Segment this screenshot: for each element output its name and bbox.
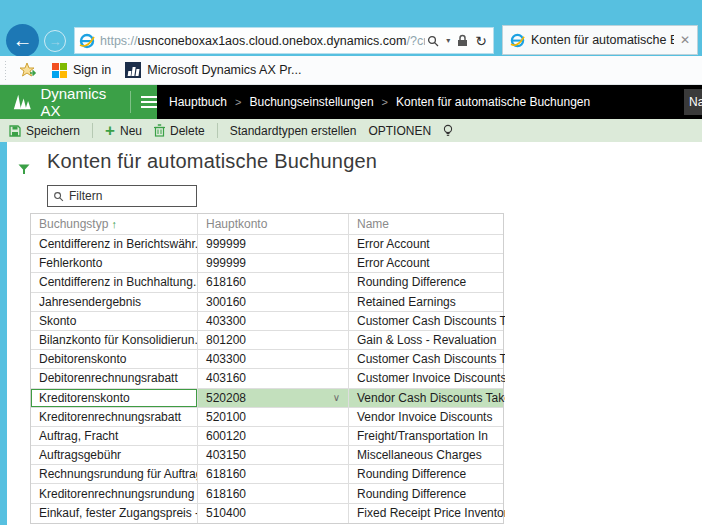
cell-name[interactable]: Rounding Difference (349, 484, 505, 502)
drag-handle[interactable] (4, 60, 8, 80)
cell-name[interactable]: Rounding Difference (349, 465, 505, 483)
cell-hauptkonto[interactable]: 999999∨ (198, 254, 349, 272)
cell-hauptkonto[interactable]: 403300∨ (198, 312, 349, 330)
cell-name[interactable]: Vendor Invoice Discounts (349, 408, 505, 426)
tab-title: Konten für automatische B... (531, 33, 674, 47)
create-default-types-button[interactable]: Standardtypen erstellen (230, 124, 357, 138)
cell-buchungstyp[interactable]: Einkauf, fester Zugangspreis -... (31, 504, 198, 523)
back-icon: ← (13, 29, 33, 52)
table-row[interactable]: Debitorenrechnungsrabatt 403160∨ Custome… (31, 369, 503, 388)
table-row[interactable]: Auftrag, Fracht 600120∨ Freight/Transpor… (31, 427, 503, 446)
save-button[interactable]: Speichern (9, 124, 80, 138)
caret-down-icon[interactable]: ▾ (446, 36, 450, 45)
idea-button[interactable] (443, 124, 453, 138)
table-row[interactable]: Kreditorenrechnungsrundung 618160∨ Round… (31, 484, 503, 503)
cell-hauptkonto[interactable]: 403300∨ (198, 350, 349, 368)
table-row[interactable]: Kreditorenrechnungsrabatt 520100∨ Vendor… (31, 408, 503, 427)
new-button[interactable]: + Neu (105, 124, 142, 138)
sort-ascending-icon: ↑ (111, 218, 117, 230)
cell-name[interactable]: Error Account (349, 235, 505, 253)
cell-name[interactable]: Customer Cash Discounts Tak... (349, 312, 505, 330)
cell-buchungstyp[interactable]: Fehlerkonto (31, 254, 198, 272)
cell-name[interactable]: Error Account (349, 254, 505, 272)
cell-buchungstyp[interactable]: Kreditorenskonto (31, 389, 198, 407)
cell-hauptkonto[interactable]: 618160∨ (198, 484, 349, 502)
search-icon[interactable] (427, 35, 439, 47)
dynamics-ax-favicon (125, 62, 141, 78)
table-row[interactable]: Jahresendergebnis 300160∨ Retained Earni… (31, 293, 503, 312)
cell-buchungstyp[interactable]: Kreditorenrechnungsrundung (31, 484, 198, 502)
cell-hauptkonto[interactable]: 300160∨ (198, 293, 349, 311)
table-row[interactable]: Centdifferenz in Buchhaltung... 618160∨ … (31, 273, 503, 292)
delete-button[interactable]: Delete (154, 124, 205, 138)
favorite-dynamics-ax[interactable]: Microsoft Dynamics AX Pr... (125, 62, 301, 78)
nav-message-button[interactable]: Nac (684, 89, 702, 115)
forward-button[interactable]: → (44, 30, 66, 52)
cell-name[interactable]: Vendor Cash Discounts Taken (349, 389, 505, 407)
options-menu[interactable]: OPTIONEN (368, 124, 431, 138)
column-header-buchungstyp[interactable]: Buchungstyp ↑ (31, 214, 198, 234)
cell-value: Debitorenskonto (39, 352, 126, 366)
table-row[interactable]: Bilanzkonto für Konsolidierun... 801200∨… (31, 331, 503, 350)
cell-buchungstyp[interactable]: Centdifferenz in Buchhaltung... (31, 273, 198, 291)
cell-buchungstyp[interactable]: Rechnungsrundung für Auftrag (31, 465, 198, 483)
hamburger-menu-icon[interactable] (141, 96, 157, 108)
cell-buchungstyp[interactable]: Auftrag, Fracht (31, 427, 198, 445)
cell-hauptkonto[interactable]: 600120∨ (198, 427, 349, 445)
cell-name[interactable]: Customer Invoice Discounts (349, 369, 505, 387)
app-brand[interactable]: Dynamics AX (0, 85, 157, 119)
cell-name[interactable]: Gain & Loss - Revaluation (349, 331, 505, 349)
cell-hauptkonto[interactable]: 618160∨ (198, 465, 349, 483)
cell-name[interactable]: Fixed Receipt Price Inventory ... (349, 504, 505, 523)
filter-input[interactable]: Filtern (47, 185, 197, 207)
cell-value: Fixed Receipt Price Inventory ... (357, 506, 505, 520)
refresh-icon[interactable]: ↻ (475, 35, 487, 47)
cell-buchungstyp[interactable]: Jahresendergebnis (31, 293, 198, 311)
cell-name[interactable]: Customer Cash Discounts Tak... (349, 350, 505, 368)
filter-funnel-icon[interactable] (18, 164, 30, 175)
breadcrumb-item-buchungseinstellungen[interactable]: Buchungseinstellungen (249, 95, 373, 109)
cell-hauptkonto[interactable]: 520100∨ (198, 408, 349, 426)
app-nav-bar: Dynamics AX Hauptbuch > Buchungseinstell… (0, 85, 702, 119)
cell-buchungstyp[interactable]: Auftragsgebühr (31, 446, 198, 464)
cell-value: Vendor Invoice Discounts (357, 410, 492, 424)
brand-separator (130, 91, 131, 113)
add-favorite-button[interactable] (20, 62, 38, 78)
cell-hauptkonto[interactable]: 999999∨ (198, 235, 349, 253)
cell-hauptkonto[interactable]: 403150∨ (198, 446, 349, 464)
column-header-name[interactable]: Name (349, 214, 505, 234)
cell-name[interactable]: Miscellaneous Charges (349, 446, 505, 464)
table-row[interactable]: Kreditorenskonto 520208∨ Vendor Cash Dis… (31, 389, 503, 408)
table-row[interactable]: Rechnungsrundung für Auftrag 618160∨ Rou… (31, 465, 503, 484)
cell-buchungstyp[interactable]: Kreditorenrechnungsrabatt (31, 408, 198, 426)
cell-hauptkonto[interactable]: 510400∨ (198, 504, 349, 523)
breadcrumb-item-hauptbuch[interactable]: Hauptbuch (169, 95, 227, 109)
favorite-sign-in[interactable]: Sign in (52, 63, 111, 78)
table-row[interactable]: Fehlerkonto 999999∨ Error Account (31, 254, 503, 273)
cell-hauptkonto[interactable]: 618160∨ (198, 273, 349, 291)
table-row[interactable]: Einkauf, fester Zugangspreis -... 510400… (31, 504, 503, 523)
table-row[interactable]: Debitorenskonto 403300∨ Customer Cash Di… (31, 350, 503, 369)
column-header-hauptkonto[interactable]: Hauptkonto (198, 214, 349, 234)
breadcrumb-item-current[interactable]: Konten für automatische Buchungen (396, 95, 590, 109)
cell-name[interactable]: Retained Earnings (349, 293, 505, 311)
cell-buchungstyp[interactable]: Debitorenskonto (31, 350, 198, 368)
cell-name[interactable]: Rounding Difference (349, 273, 505, 291)
cell-buchungstyp[interactable]: Debitorenrechnungsrabatt (31, 369, 198, 387)
cell-hauptkonto[interactable]: 403160∨ (198, 369, 349, 387)
tab-close-icon[interactable]: ✕ (680, 33, 690, 47)
table-row[interactable]: Skonto 403300∨ Customer Cash Discounts T… (31, 312, 503, 331)
cell-value: 618160 (206, 487, 246, 501)
cell-buchungstyp[interactable]: Centdifferenz in Berichtswähr... (31, 235, 198, 253)
address-bar[interactable]: https://usnconeboxax1aos.cloud.onebox.dy… (74, 27, 494, 54)
cell-buchungstyp[interactable]: Bilanzkonto für Konsolidierun... (31, 331, 198, 349)
table-row[interactable]: Centdifferenz in Berichtswähr... 999999∨… (31, 235, 503, 254)
cell-name[interactable]: Freight/Transportation In (349, 427, 505, 445)
chevron-down-icon[interactable]: ∨ (333, 392, 340, 403)
back-button[interactable]: ← (6, 24, 39, 57)
browser-tab[interactable]: Konten für automatische B... ✕ (502, 25, 698, 55)
cell-hauptkonto[interactable]: 520208∨ (198, 389, 349, 407)
cell-buchungstyp[interactable]: Skonto (31, 312, 198, 330)
cell-hauptkonto[interactable]: 801200∨ (198, 331, 349, 349)
table-row[interactable]: Auftragsgebühr 403150∨ Miscellaneous Cha… (31, 446, 503, 465)
